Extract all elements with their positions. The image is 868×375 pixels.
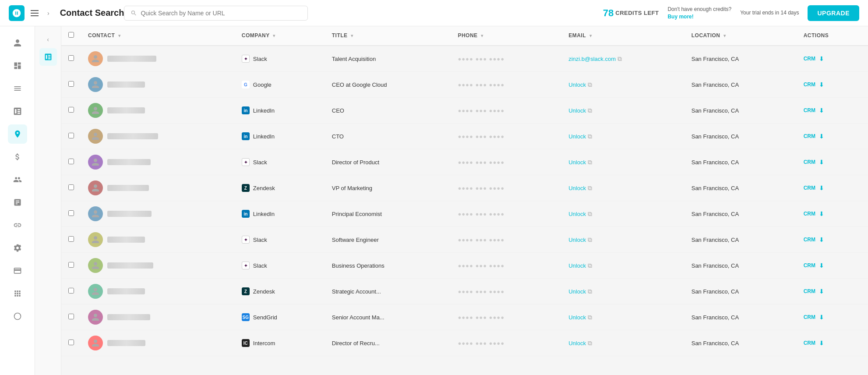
company-name: Slack — [253, 237, 267, 243]
unlock-email-button[interactable]: Unlock — [568, 185, 586, 191]
unlock-email-button[interactable]: Unlock — [568, 133, 586, 140]
upgrade-button[interactable]: UPGRADE — [808, 5, 859, 21]
unlock-email-button[interactable]: Unlock — [568, 340, 586, 347]
unlock-email-button[interactable]: Unlock — [568, 237, 586, 243]
unlock-email-button[interactable]: Unlock — [568, 262, 586, 269]
contact-name — [107, 262, 153, 269]
row-download-icon[interactable]: ⬇ — [819, 236, 824, 243]
title-cell: VP of Marketing — [325, 175, 451, 201]
contact-cell — [81, 201, 235, 227]
unlock-email-button[interactable]: Unlock — [568, 81, 586, 88]
app-logo[interactable] — [9, 5, 25, 21]
contact-cell — [81, 253, 235, 279]
sidebar-item-contacts[interactable] — [8, 124, 27, 144]
row-checkbox-cell — [61, 279, 81, 304]
sidebar-item-link[interactable] — [8, 216, 27, 235]
row-checkbox[interactable] — [68, 184, 74, 190]
contact-sort-icon[interactable]: ▾ — [118, 33, 121, 38]
crm-button[interactable]: CRM — [804, 288, 815, 294]
crm-button[interactable]: CRM — [804, 56, 815, 62]
hamburger-icon[interactable] — [29, 8, 40, 18]
sidebar-item-dashboard[interactable] — [8, 56, 27, 75]
title-sort-icon[interactable]: ▾ — [351, 33, 353, 38]
sidebar-item-profile[interactable] — [8, 33, 27, 53]
row-download-icon[interactable]: ⬇ — [819, 288, 824, 295]
row-checkbox[interactable] — [68, 210, 74, 216]
row-download-icon[interactable]: ⬇ — [819, 55, 824, 62]
sidebar-item-billing[interactable] — [8, 261, 27, 280]
row-download-icon[interactable]: ⬇ — [819, 314, 824, 321]
title-cell: Principal Economist — [325, 201, 451, 227]
location-cell: San Francisco, CA — [685, 124, 797, 149]
row-checkbox-cell — [61, 46, 81, 72]
row-checkbox-cell — [61, 72, 81, 98]
row-checkbox[interactable] — [68, 159, 74, 164]
row-checkbox[interactable] — [68, 340, 74, 345]
company-cell: Z Zendesk — [235, 279, 325, 304]
row-checkbox-cell — [61, 149, 81, 175]
location-cell: San Francisco, CA — [685, 98, 797, 124]
crm-button[interactable]: CRM — [804, 262, 815, 269]
row-download-icon[interactable]: ⬇ — [819, 133, 824, 140]
crm-button[interactable]: CRM — [804, 237, 815, 243]
buy-more-link[interactable]: Buy more! — [667, 14, 693, 20]
row-download-icon[interactable]: ⬇ — [819, 184, 824, 191]
crm-button[interactable]: CRM — [804, 340, 815, 346]
header-contact: CONTACT ▾ — [81, 26, 235, 46]
row-download-icon[interactable]: ⬇ — [819, 210, 824, 217]
search-box[interactable] — [124, 6, 308, 21]
company-name: Intercom — [253, 340, 275, 347]
row-checkbox[interactable] — [68, 236, 74, 242]
contact-name — [107, 211, 152, 217]
phone-value: ●●●● ●●● ●●●● — [458, 340, 505, 347]
sidebar-item-circle[interactable] — [8, 307, 27, 326]
row-checkbox[interactable] — [68, 107, 74, 113]
row-checkbox[interactable] — [68, 133, 74, 138]
crm-button[interactable]: CRM — [804, 211, 815, 217]
company-sort-icon[interactable]: ▾ — [273, 33, 275, 38]
row-download-icon[interactable]: ⬇ — [819, 159, 824, 166]
phone-sort-icon[interactable]: ▾ — [481, 33, 483, 38]
crm-button[interactable]: CRM — [804, 107, 815, 113]
row-checkbox[interactable] — [68, 314, 74, 319]
avatar — [88, 310, 103, 325]
unlock-email-button[interactable]: Unlock — [568, 107, 586, 114]
sub-nav-item-contacts-table[interactable] — [39, 48, 57, 66]
sidebar-item-table2[interactable] — [8, 102, 27, 121]
row-checkbox[interactable] — [68, 55, 74, 61]
header-location: LOCATION ▾ — [685, 26, 797, 46]
sidebar-item-analytics[interactable] — [8, 193, 27, 212]
unlock-email-button[interactable]: Unlock — [568, 314, 586, 321]
sidebar-item-money[interactable] — [8, 147, 27, 166]
sidebar-item-settings[interactable] — [8, 238, 27, 258]
sidebar-item-people[interactable] — [8, 170, 27, 189]
email-link[interactable]: zinzi.b@slack.com — [568, 56, 616, 62]
select-all-checkbox[interactable] — [68, 32, 74, 38]
row-download-icon[interactable]: ⬇ — [819, 340, 824, 347]
crm-button[interactable]: CRM — [804, 159, 815, 165]
crm-button[interactable]: CRM — [804, 81, 815, 88]
unlock-email-button[interactable]: Unlock — [568, 159, 586, 166]
crm-button[interactable]: CRM — [804, 185, 815, 191]
search-input[interactable] — [141, 10, 301, 17]
row-download-icon[interactable]: ⬇ — [819, 81, 824, 88]
sub-nav-chevron[interactable]: ‹ — [42, 33, 54, 46]
unlock-email-button[interactable]: Unlock — [568, 288, 586, 295]
crm-button[interactable]: CRM — [804, 314, 815, 320]
company-logo: SG — [242, 313, 250, 321]
row-download-icon[interactable]: ⬇ — [819, 107, 824, 114]
copy-icon: ⧉ — [588, 81, 592, 88]
table-row: ✦ Slack Software Engineer ●●●● ●●● ●●●● … — [61, 227, 868, 253]
row-checkbox[interactable] — [68, 81, 74, 87]
unlock-email-button[interactable]: Unlock — [568, 211, 586, 217]
crm-button[interactable]: CRM — [804, 133, 815, 139]
copy-icon[interactable]: ⧉ — [617, 55, 622, 62]
sidebar-item-apps[interactable] — [8, 284, 27, 303]
company-cell: ✦ Slack — [235, 46, 325, 72]
row-checkbox[interactable] — [68, 288, 74, 294]
location-sort-icon[interactable]: ▾ — [723, 33, 726, 38]
row-download-icon[interactable]: ⬇ — [819, 262, 824, 269]
sidebar-item-list[interactable] — [8, 79, 27, 98]
email-sort-icon[interactable]: ▾ — [589, 33, 592, 38]
row-checkbox[interactable] — [68, 262, 74, 268]
